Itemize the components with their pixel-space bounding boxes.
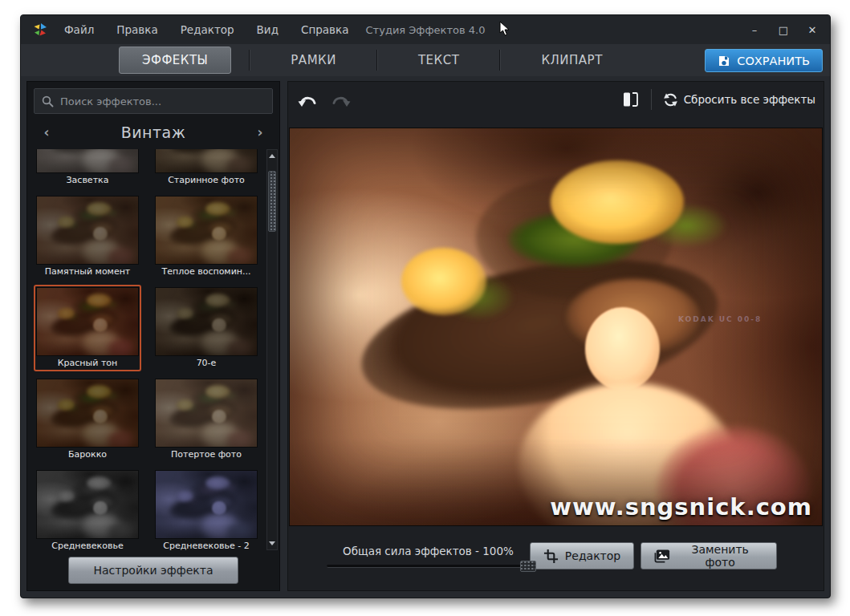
search-icon	[42, 95, 54, 107]
save-button[interactable]: СОХРАНИТЬ	[705, 49, 823, 72]
editor-button[interactable]: Редактор	[530, 542, 634, 569]
effect-caption: Памятный момент	[36, 266, 139, 277]
scroll-down-icon[interactable]	[269, 541, 275, 545]
portrait-preview	[156, 149, 257, 172]
crop-icon	[543, 549, 559, 564]
menu-item[interactable]: Редактор	[181, 23, 234, 36]
effect-strength-group: Общая сила эффектов - 100%	[327, 545, 530, 568]
effect-strength-label: Общая сила эффектов - 100%	[327, 545, 530, 557]
portrait-layer	[37, 197, 138, 264]
slider-handle[interactable]	[520, 561, 536, 572]
effect-item[interactable]: Засветка	[34, 149, 141, 188]
category-next-button[interactable]: ›	[252, 124, 268, 140]
toolbar-right: Сбросить все эффекты	[622, 89, 815, 110]
effect-item[interactable]: Барокко	[34, 376, 141, 463]
portrait-preview	[156, 197, 257, 264]
effect-settings-button[interactable]: Настройки эффекта	[68, 557, 238, 584]
effects-grid: ЗасветкаСтаринное фотоПамятный моментТеп…	[27, 149, 278, 550]
effect-item[interactable]: Средневековье	[34, 468, 141, 550]
portrait-layer	[290, 128, 822, 525]
photo-canvas: KODAK UC 00-8 www.sngsnick.com	[289, 128, 823, 526]
effect-item[interactable]: Потертое фото	[153, 376, 260, 463]
search-input[interactable]	[60, 95, 265, 107]
tab-0[interactable]: ЭФФЕКТЫ	[119, 47, 231, 74]
effects-list-viewport: ЗасветкаСтаринное фотоПамятный моментТеп…	[27, 149, 278, 550]
settings-area: Настройки эффекта	[27, 550, 279, 590]
replace-photo-icon	[654, 549, 670, 564]
effect-item[interactable]: 70-е	[153, 285, 260, 371]
effect-thumbnail	[36, 379, 139, 448]
close-button[interactable]: ✕	[806, 24, 819, 36]
portrait-preview	[37, 379, 138, 447]
mouse-cursor	[499, 21, 510, 36]
portrait-layer	[156, 288, 257, 355]
editor-toolbar: Сбросить все эффекты	[288, 82, 824, 117]
effect-item[interactable]: Памятный момент	[34, 193, 141, 280]
effect-item[interactable]: Старинное фото	[153, 149, 260, 188]
compare-before-after-button[interactable]	[622, 91, 640, 108]
scroll-up-icon[interactable]	[269, 154, 275, 158]
maximize-button[interactable]: □	[777, 24, 790, 36]
effect-thumbnail	[155, 287, 258, 356]
menu-bar: ФайлПравкаРедакторВидСправка	[64, 23, 348, 36]
redo-button[interactable]	[330, 91, 351, 107]
replace-photo-button[interactable]: Заменить фото	[641, 542, 777, 569]
undo-icon	[298, 91, 319, 107]
editor-bottom-bar: Общая сила эффектов - 100% Редактор	[288, 526, 824, 590]
compare-icon	[622, 91, 640, 108]
tab-2[interactable]: ТЕКСТ	[396, 47, 482, 73]
effect-caption: Старинное фото	[155, 175, 258, 185]
redo-icon	[330, 91, 351, 107]
effect-caption: Средневековье	[36, 541, 139, 550]
menu-item[interactable]: Файл	[64, 23, 94, 36]
portrait-preview	[37, 471, 138, 538]
bottom-buttons: Редактор Заменить фото	[530, 542, 777, 569]
effect-caption: Средневековье - 2	[155, 541, 258, 550]
effect-caption: Засветка	[36, 175, 139, 185]
effect-thumbnail	[155, 470, 258, 539]
effect-item[interactable]: Красный тон	[34, 285, 141, 371]
reset-effects-label: Сбросить все эффекты	[684, 93, 815, 106]
effects-scrollbar[interactable]	[266, 149, 278, 550]
editor-main: Сбросить все эффекты KODAK UC 00-8 www.s…	[287, 81, 824, 591]
effect-caption: Барокко	[36, 449, 139, 460]
tab-separator	[499, 50, 501, 71]
effect-caption: Теплое воспомин...	[155, 266, 258, 277]
menu-item[interactable]: Справка	[301, 23, 348, 36]
effect-caption: Красный тон	[36, 358, 139, 368]
window-controls: – □ ✕	[748, 24, 819, 36]
effect-item[interactable]: Теплое воспомин...	[153, 193, 260, 280]
scrollbar-thumb[interactable]	[268, 171, 276, 232]
effect-strength-slider[interactable]	[327, 565, 530, 568]
search-box	[34, 88, 273, 114]
portrait-preview	[156, 288, 257, 355]
reset-effects-button[interactable]: Сбросить все эффекты	[663, 92, 815, 107]
menu-item[interactable]: Правка	[116, 23, 157, 36]
portrait-preview	[37, 197, 138, 264]
tab-separator	[249, 50, 250, 71]
minimize-button[interactable]: –	[748, 24, 761, 36]
portrait-preview	[290, 128, 822, 525]
portrait-layer	[37, 149, 138, 172]
effect-thumbnail	[36, 149, 139, 173]
effect-thumbnail	[155, 379, 258, 448]
tab-3[interactable]: КЛИПАРТ	[519, 47, 624, 73]
category-name: Винтаж	[55, 124, 252, 141]
watermark: www.sngsnick.com	[550, 493, 812, 521]
tab-strip: ЭФФЕКТЫРАМКИТЕКСТКЛИПАРТ	[101, 47, 643, 74]
tab-1[interactable]: РАМКИ	[268, 47, 359, 73]
category-prev-button[interactable]: ‹	[39, 124, 55, 140]
portrait-layer	[37, 471, 138, 538]
reset-icon	[663, 92, 678, 107]
editor-button-label: Редактор	[565, 549, 620, 562]
menu-item[interactable]: Вид	[257, 23, 279, 36]
effect-caption: Потертое фото	[155, 449, 258, 460]
app-logo-icon	[32, 22, 48, 38]
effect-thumbnail	[36, 470, 139, 539]
replace-photo-label: Заменить фото	[677, 543, 763, 569]
content-area: ‹ Винтаж › ЗасветкаСтаринное фотоПамятны…	[21, 76, 830, 598]
effect-item[interactable]: Средневековье - 2	[153, 468, 260, 550]
effect-thumbnail	[36, 196, 139, 265]
undo-button[interactable]	[298, 91, 319, 107]
effect-thumbnail	[36, 287, 139, 356]
